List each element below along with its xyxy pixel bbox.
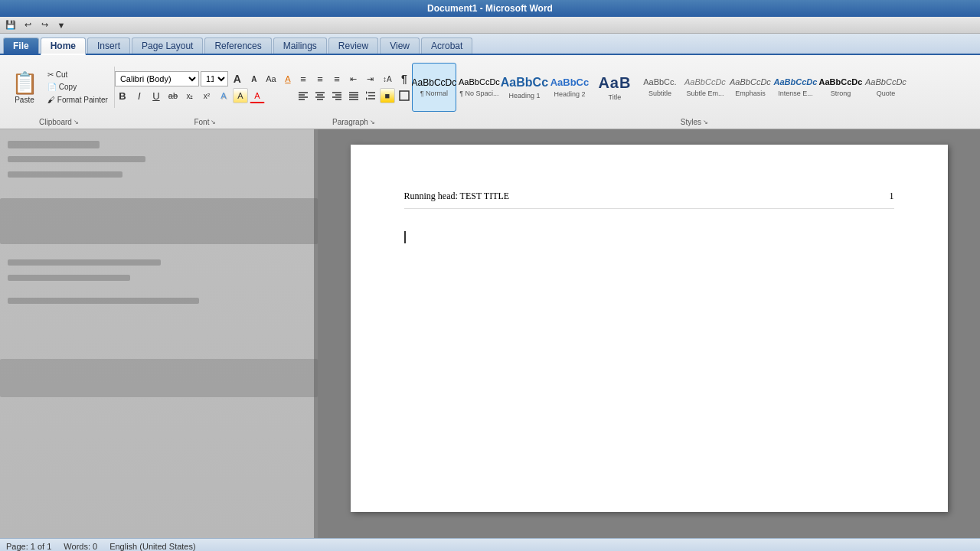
paragraph-group-label[interactable]: Paragraph ↘ <box>296 116 412 127</box>
styles-gallery: AaBbCcDc ¶ Normal AaBbCcDc ¶ No Spaci...… <box>412 63 908 112</box>
sidebar-decoration-bar <box>0 198 318 244</box>
quick-access-toolbar: 💾 ↩ ↪ ▼ <box>0 17 980 34</box>
style-quote[interactable]: AaBbCcDc Quote <box>864 63 908 112</box>
sidebar-decoration-4 <box>8 259 161 266</box>
style-heading2[interactable]: AaBbCc Heading 2 <box>547 63 592 112</box>
title-text: Document1 - Microsoft Word <box>427 3 553 14</box>
align-right-button[interactable] <box>329 88 345 103</box>
style-no-spacing[interactable]: AaBbCcDc ¶ No Spaci... <box>457 63 501 112</box>
ribbon: 📋 Paste ✂ Cut 📄 Copy 🖌 Format Painter <box>0 55 980 129</box>
word-count: Words: 0 <box>64 542 97 551</box>
tab-home[interactable]: Home <box>41 37 86 55</box>
bullets-button[interactable]: ≡ <box>296 71 311 86</box>
font-group-label[interactable]: Font ↘ <box>115 116 296 127</box>
paragraph-row-1: ≡ ≡ ≡ ⇤ ⇥ ↕A ¶ <box>296 71 412 86</box>
shrink-font-button[interactable]: A <box>247 71 262 86</box>
scissors-icon: ✂ <box>47 70 54 79</box>
clipboard-group-inner: 📋 Paste ✂ Cut 📄 Copy 🖌 Format Painter <box>3 67 115 108</box>
paste-button[interactable]: 📋 Paste <box>6 68 43 106</box>
styles-group: AaBbCcDc ¶ Normal AaBbCcDc ¶ No Spaci...… <box>412 58 977 127</box>
paragraph-controls: ≡ ≡ ≡ ⇤ ⇥ ↕A ¶ <box>296 71 412 103</box>
page-number: 1 <box>890 191 894 202</box>
running-head-text: Running head: TEST TITLE <box>404 191 510 202</box>
title-bar: Document1 - Microsoft Word <box>0 0 980 17</box>
numbering-icon: ≡ <box>317 73 323 85</box>
tab-view[interactable]: View <box>380 37 420 54</box>
align-left-button[interactable] <box>296 88 311 103</box>
font-row-2: B I U ab x₂ x² A A A <box>115 88 296 103</box>
left-panel-border <box>314 129 318 538</box>
undo-button[interactable]: ↩ <box>20 18 35 32</box>
superscript-button[interactable]: x² <box>199 88 214 103</box>
copy-button[interactable]: 📄 Copy <box>44 81 111 93</box>
quick-access-dropdown[interactable]: ▼ <box>54 18 69 32</box>
main-area: Running head: TEST TITLE 1 <box>0 129 980 538</box>
paste-icon: 📋 <box>11 70 38 96</box>
tab-insert[interactable]: Insert <box>87 37 130 54</box>
justify-button[interactable] <box>346 88 361 103</box>
save-button[interactable]: 💾 <box>3 18 18 32</box>
tab-acrobat[interactable]: Acrobat <box>421 37 472 54</box>
text-effects-button[interactable]: A <box>216 88 231 103</box>
font-expand-icon: ↘ <box>211 119 216 126</box>
style-subtitle[interactable]: AaBbCc. Subtitle <box>638 63 682 112</box>
align-center-button[interactable] <box>312 88 328 103</box>
tab-page-layout[interactable]: Page Layout <box>132 37 203 54</box>
language: English (United States) <box>109 542 196 551</box>
copy-icon: 📄 <box>47 83 57 91</box>
font-group: Calibri (Body) 11 A A Aa A B I U ab x₂ <box>115 58 296 127</box>
document-area[interactable]: Running head: TEST TITLE 1 <box>318 129 980 538</box>
style-normal[interactable]: AaBbCcDc ¶ Normal <box>412 63 456 112</box>
sidebar-decoration-3 <box>8 171 122 178</box>
clear-formatting-button[interactable]: A <box>280 71 296 86</box>
page-info: Page: 1 of 1 <box>6 542 51 551</box>
format-painter-button[interactable]: 🖌 Format Painter <box>44 94 111 106</box>
borders-button[interactable] <box>397 88 412 103</box>
font-size-select[interactable]: 11 <box>201 71 228 86</box>
line-spacing-button[interactable] <box>363 88 378 103</box>
multilevel-list-button[interactable]: ≡ <box>329 71 345 86</box>
paste-label: Paste <box>15 96 34 104</box>
paragraph-group: ≡ ≡ ≡ ⇤ ⇥ ↕A ¶ <box>296 58 412 127</box>
redo-button[interactable]: ↪ <box>37 18 52 32</box>
styles-group-label[interactable]: Styles ↘ <box>412 116 977 127</box>
style-emphasis[interactable]: AaBbCcDc Emphasis <box>728 63 773 112</box>
sort-button[interactable]: ↕A <box>380 71 395 86</box>
numbering-button[interactable]: ≡ <box>312 71 328 86</box>
style-heading1[interactable]: AaBbCc Heading 1 <box>502 63 547 112</box>
strikethrough-button[interactable]: ab <box>165 88 181 103</box>
clipboard-group: 📋 Paste ✂ Cut 📄 Copy 🖌 Format Painter <box>3 58 115 127</box>
document-body[interactable] <box>404 232 894 244</box>
grow-font-button[interactable]: A <box>230 71 245 86</box>
italic-button[interactable]: I <box>132 88 147 103</box>
shading-button[interactable]: ■ <box>380 88 395 103</box>
style-title[interactable]: AaB Title <box>593 63 637 112</box>
tab-mailings[interactable]: Mailings <box>273 37 327 54</box>
clipboard-expand-icon: ↘ <box>74 119 79 126</box>
sidebar-decoration-2 <box>8 156 145 162</box>
tab-file[interactable]: File <box>3 37 39 54</box>
style-subtle-emphasis[interactable]: AaBbCcDc Subtle Em... <box>683 63 727 112</box>
tab-review[interactable]: Review <box>328 37 378 54</box>
clipboard-group-label[interactable]: Clipboard ↘ <box>3 116 115 127</box>
highlight-color-button[interactable]: A <box>233 88 248 103</box>
style-strong[interactable]: AaBbCcDc Strong <box>818 63 863 112</box>
change-case-button[interactable]: Aa <box>263 71 279 86</box>
decrease-indent-button[interactable]: ⇤ <box>346 71 361 86</box>
style-intense-emphasis[interactable]: AaBbCcDc Intense E... <box>773 63 818 112</box>
font-color-button[interactable]: A <box>250 88 265 103</box>
font-name-select[interactable]: Calibri (Body) <box>115 71 199 86</box>
tab-references[interactable]: References <box>204 37 271 54</box>
show-marks-button[interactable]: ¶ <box>397 71 412 86</box>
document-page[interactable]: Running head: TEST TITLE 1 <box>351 145 948 512</box>
bold-button[interactable]: B <box>115 88 130 103</box>
subscript-button[interactable]: x₂ <box>182 88 198 103</box>
sidebar-decoration-bar2 <box>0 359 318 397</box>
cut-button[interactable]: ✂ Cut <box>44 69 111 80</box>
styles-expand-icon: ↘ <box>703 119 708 126</box>
clipboard-small-buttons: ✂ Cut 📄 Copy 🖌 Format Painter <box>44 68 111 106</box>
underline-button[interactable]: U <box>149 88 164 103</box>
increase-indent-button[interactable]: ⇥ <box>363 71 378 86</box>
page-header: Running head: TEST TITLE 1 <box>404 191 894 209</box>
svg-rect-21 <box>400 91 409 100</box>
